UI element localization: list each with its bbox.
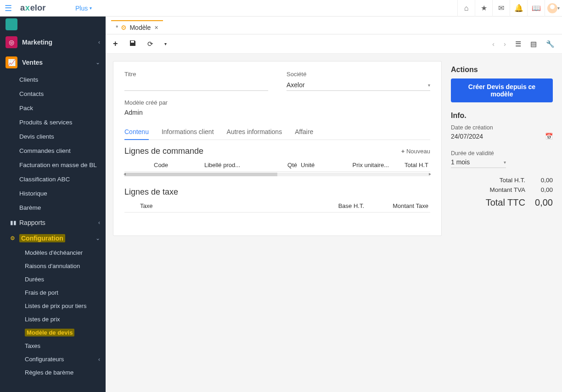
duree-select[interactable]: 1 mois ▾ [451, 157, 506, 168]
societe-select[interactable]: Axelor ▾ [287, 79, 430, 91]
chevron-down-icon: ⌄ [96, 59, 100, 66]
modele-cree-value: Admin [124, 108, 277, 116]
main-form-card: Titre Société Axelor ▾ [113, 61, 442, 236]
wrench-icon[interactable]: 🔧 [546, 40, 555, 48]
sidebar-item-top[interactable] [0, 17, 106, 32]
sidebar-item-rapports[interactable]: ▮▮ Rapports ‹ [0, 215, 106, 230]
more-menu[interactable]: ▾ [164, 41, 167, 46]
tax-lines-header: Taxe Base H.T. Montant Taxe [124, 200, 430, 213]
sidebar-item-raisons-annulation[interactable]: Raisons d'annulation [0, 259, 106, 273]
tab-title: Modèle [129, 24, 151, 31]
sidebar-item-commandes[interactable]: Commandes client [0, 144, 106, 158]
sidebar-item-taxes[interactable]: Taxes [0, 339, 106, 353]
save-button[interactable] [129, 39, 136, 48]
chevron-down-icon: ▾ [504, 160, 506, 165]
sidebar-item-configuration[interactable]: ⚙ Configuration ⌄ [0, 230, 106, 246]
next-button[interactable]: › [504, 40, 506, 48]
form-view-icon[interactable]: ▤ [530, 40, 537, 48]
plus-icon: + [401, 148, 405, 155]
sidebar-item-produits[interactable]: Produits & services [0, 115, 106, 129]
star-icon[interactable]: ★ [475, 0, 492, 17]
tab-contenu[interactable]: Contenu [124, 124, 149, 140]
chevron-down-icon: ⌄ [96, 235, 100, 241]
chevron-left-icon: ‹ [98, 356, 100, 363]
list-view-icon[interactable]: ☰ [515, 40, 521, 48]
tab-informations-client[interactable]: Informations client [162, 124, 214, 140]
bars-icon: ▮▮ [10, 219, 19, 226]
gear-icon: ⚙ [10, 235, 19, 241]
target-icon: ◎ [6, 36, 17, 48]
sidebar-item-contacts[interactable]: Contacts [0, 87, 106, 101]
chart-icon: 📈 [6, 56, 17, 68]
chevron-left-icon: ‹ [98, 39, 100, 45]
titre-input[interactable] [124, 79, 268, 91]
sidebar-item-ventes[interactable]: 📈 Ventes ⌄ [0, 52, 106, 73]
total-ht-label: Total H.T. [451, 177, 525, 184]
actions-title: Actions [451, 66, 553, 74]
sidebar-item-clients[interactable]: Clients [0, 73, 106, 87]
logo[interactable]: a x elor [17, 0, 70, 17]
plus-menu[interactable]: Plus▾ [70, 5, 97, 12]
tab-affaire[interactable]: Affaire [295, 124, 313, 140]
toolbar: + ⟳ ▾ ‹ › ☰ ▤ 🔧 [106, 34, 562, 54]
duree-label: Durée de validité [451, 150, 553, 157]
svg-text:elor: elor [30, 3, 46, 12]
sidebar-item-modele-devis[interactable]: Modèle de devis [0, 326, 106, 339]
module-icon [6, 18, 17, 30]
order-lines-header: Code Libellé prod... Qté Unité Prix unit… [124, 159, 430, 172]
sidebar-item-pack[interactable]: Pack [0, 101, 106, 115]
topbar-icons: ⌂ ★ ✉ 🔔 📖 ▾ [457, 0, 562, 17]
tab-modele[interactable]: * ⚙ Modèle × [111, 20, 163, 34]
tabbar: * ⚙ Modèle × [106, 17, 562, 34]
create-quote-button[interactable]: Créer Devis depuis ce modèle [451, 78, 553, 102]
close-icon[interactable]: × [154, 24, 158, 31]
calendar-icon[interactable]: 📅 [545, 133, 553, 140]
mail-icon[interactable]: ✉ [492, 0, 510, 17]
subtabs: Contenu Informations client Autres infor… [124, 124, 430, 140]
sidebar-item-facturation[interactable]: Facturation en masse de BL [0, 158, 106, 172]
main-content: * ⚙ Modèle × + ⟳ ▾ ‹ › ☰ ▤ 🔧 [106, 17, 562, 392]
ttc-value: 0,00 [525, 197, 553, 208]
book-icon[interactable]: 📖 [527, 0, 545, 17]
modele-cree-label: Modèle créé par [124, 99, 277, 106]
hamburger-menu[interactable]: ☰ [0, 0, 17, 17]
titre-label: Titre [124, 71, 268, 78]
sidebar-item-listes-prix[interactable]: Listes de prix [0, 313, 106, 326]
user-avatar[interactable]: ▾ [545, 0, 562, 17]
sidebar-item-devis-clients[interactable]: Devis clients [0, 129, 106, 144]
sidebar-item-regles-bareme[interactable]: Règles de barème [0, 366, 106, 379]
total-ht-value: 0,00 [525, 177, 553, 184]
sidebar-item-configurateurs[interactable]: Configurateurs ‹ [0, 353, 106, 366]
sidebar-item-marketing[interactable]: ◎ Marketing ‹ [0, 32, 106, 52]
refresh-button[interactable]: ⟳ [147, 40, 153, 48]
societe-label: Société [287, 71, 430, 78]
date-creation-value: 24/07/2024 [451, 133, 483, 140]
ttc-label: Total TTC [451, 197, 525, 208]
sidebar-item-modeles-echeancier[interactable]: Modèles d'échéancier [0, 246, 106, 259]
svg-text:a: a [20, 3, 25, 12]
home-icon[interactable]: ⌂ [457, 0, 475, 17]
add-order-line-button[interactable]: + Nouveau [401, 148, 430, 155]
sidebar-item-durees[interactable]: Durées [0, 273, 106, 286]
gear-icon: ⚙ [121, 24, 127, 31]
svg-text:x: x [25, 3, 30, 12]
tva-value: 0,00 [525, 186, 553, 193]
sidebar-item-historique[interactable]: Historique [0, 186, 106, 201]
tab-autres-informations[interactable]: Autres informations [227, 124, 282, 140]
sidebar-item-frais-port[interactable]: Frais de port [0, 286, 106, 299]
sidebar-item-listes-prix-tiers[interactable]: Listes de prix pour tiers [0, 299, 106, 313]
horizontal-scrollbar[interactable]: ◂▸ [124, 173, 430, 176]
sidebar-item-classification[interactable]: Classification ABC [0, 172, 106, 186]
bell-icon[interactable]: 🔔 [510, 0, 527, 17]
chevron-down-icon: ▾ [428, 83, 430, 88]
info-title: Info. [451, 112, 553, 120]
order-lines-title: Lignes de commande [124, 146, 203, 156]
topbar: ☰ a x elor Plus▾ ⌂ ★ ✉ 🔔 📖 ▾ [0, 0, 562, 17]
date-creation-label: Date de création [451, 124, 553, 131]
add-button[interactable]: + [113, 39, 118, 49]
chevron-left-icon: ‹ [98, 219, 100, 226]
tax-lines-title: Lignes de taxe [124, 187, 178, 197]
sidebar-item-bareme[interactable]: Barème [0, 201, 106, 215]
right-panel: Actions Créer Devis depuis ce modèle Inf… [449, 61, 555, 385]
prev-button[interactable]: ‹ [492, 40, 495, 48]
